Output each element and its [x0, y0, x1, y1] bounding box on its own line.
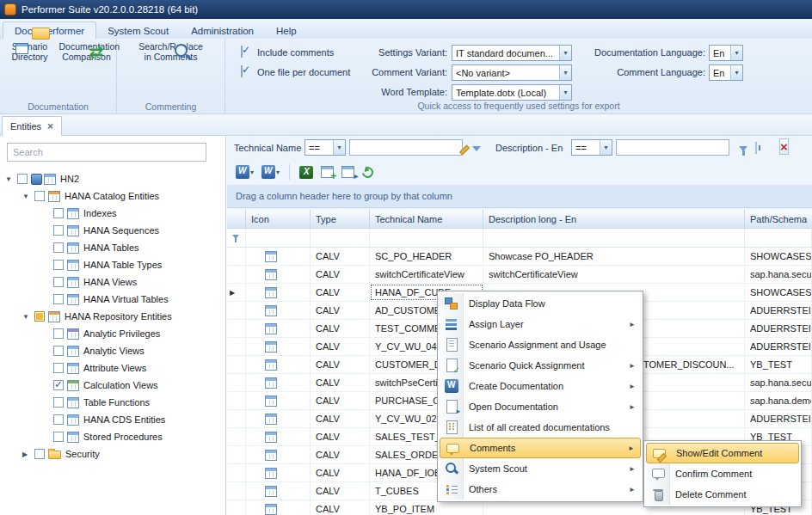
expander-open-icon[interactable]: ▼	[22, 313, 34, 321]
checkbox-icon[interactable]	[53, 277, 64, 287]
chevron-down-icon[interactable]: ▾	[333, 140, 345, 155]
header-type[interactable]: Type	[311, 210, 370, 228]
tree-item-indexes[interactable]: Indexes	[0, 205, 225, 222]
description-operator-select[interactable]: == ▾	[571, 139, 612, 156]
filter-panel-icon[interactable]	[755, 142, 757, 154]
create-documentation-button[interactable]: ▾	[234, 163, 255, 181]
group-by-bar[interactable]: Drag a column header here to group by th…	[227, 185, 812, 208]
chevron-down-icon[interactable]: ▾	[250, 169, 254, 176]
tab-system-scout[interactable]: System Scout	[96, 22, 180, 39]
filter-cell[interactable]	[745, 229, 812, 247]
documentation-language-select[interactable]: En ▾	[709, 45, 743, 61]
table-export-button[interactable]	[340, 164, 356, 180]
filter-cell[interactable]	[311, 229, 370, 247]
checkbox-icon[interactable]	[34, 191, 45, 201]
checkbox-icon[interactable]	[53, 363, 64, 373]
filter-cell[interactable]	[483, 229, 745, 247]
tree-item-analytic-views[interactable]: Analytic Views	[0, 342, 225, 359]
menu-item-show-edit-comment[interactable]: Show/Edit Comment	[646, 443, 799, 463]
menu-item-scenario-quick-assignment[interactable]: Scenario Quick Assignment ►	[440, 355, 641, 376]
menu-item-confirm-comment[interactable]: Confirm Comment	[646, 463, 799, 484]
documentation-comparison-button[interactable]: Documentation Comparison	[59, 40, 114, 62]
tree-item-hana-repository-entities[interactable]: ▼ HANA Repository Entities	[0, 308, 225, 325]
tree-item-attribute-views[interactable]: Attribute Views	[0, 359, 225, 377]
checkbox-icon[interactable]	[53, 242, 64, 253]
header-icon[interactable]: Icon	[246, 210, 311, 228]
expander-open-icon[interactable]: ▼	[22, 193, 34, 200]
include-comments-checkbox[interactable]	[241, 46, 243, 58]
checkbox-icon[interactable]	[53, 225, 64, 236]
menu-item-delete-comment[interactable]: Delete Comment	[646, 484, 799, 505]
filter-row-funnel[interactable]	[227, 229, 246, 247]
tab-docu-performer[interactable]: Docu Performer	[3, 21, 96, 39]
settings-variant-select[interactable]: IT standard documen... ▾	[452, 45, 572, 61]
tree-item-security[interactable]: ▶ Security	[0, 445, 225, 463]
chevron-down-icon[interactable]: ▾	[559, 65, 571, 80]
comment-language-select[interactable]: En ▾	[709, 64, 743, 81]
chevron-down-icon[interactable]: ▾	[730, 65, 742, 80]
tree-item-hana-table-types[interactable]: HANA Table Types	[0, 256, 225, 273]
menu-item-others[interactable]: Others ►	[440, 479, 641, 500]
menu-item-scenario-assignment-and-usage[interactable]: Scenario Assignment and Usage	[440, 334, 641, 355]
search-replace-comments-button[interactable]: Search/Replace in Comments	[138, 40, 204, 62]
menu-item-open-documentation[interactable]: Open Documentation ►	[440, 396, 641, 417]
close-icon[interactable]: ×	[47, 120, 53, 132]
table-add-button[interactable]	[319, 164, 335, 180]
tree-item-hana-cds-entities[interactable]: HANA CDS Entities	[0, 411, 225, 428]
tree-item-hana-virtual-tables[interactable]: HANA Virtual Tables	[0, 291, 225, 308]
checkbox-icon[interactable]	[53, 414, 64, 425]
checkbox-icon[interactable]	[34, 449, 45, 459]
comment-variant-select[interactable]: <No variant> ▾	[452, 64, 572, 81]
tree-item-analytic-privileges[interactable]: Analytic Privileges	[0, 325, 225, 342]
clear-filter-icon[interactable]: ×	[779, 138, 789, 155]
menu-item-system-scout[interactable]: System Scout ►	[440, 458, 641, 479]
tree-item-calculation-views[interactable]: Calculation Views	[0, 377, 225, 394]
header-description-long[interactable]: Description long - En	[483, 210, 745, 228]
chevron-down-icon[interactable]: ▾	[600, 140, 612, 155]
menu-item-list-of-all-created-documentations[interactable]: List of all created documentations	[440, 417, 641, 438]
open-documentation-button[interactable]: ▾	[260, 163, 281, 181]
checkbox-icon[interactable]	[53, 432, 64, 442]
checkbox-partial-icon[interactable]	[34, 311, 45, 322]
one-file-per-document-checkbox[interactable]	[241, 65, 243, 77]
search-input[interactable]	[7, 143, 206, 162]
chevron-down-icon[interactable]: ▾	[276, 169, 280, 176]
checkbox-icon[interactable]	[53, 294, 64, 304]
scenario-directory-button[interactable]: Scenario Directory	[3, 40, 58, 62]
tree-item-table-functions[interactable]: Table Functions	[0, 394, 225, 411]
technical-name-operator-select[interactable]: == ▾	[304, 139, 346, 156]
checkbox-icon[interactable]	[53, 397, 64, 408]
menu-item-assign-layer[interactable]: Assign Layer ►	[440, 314, 641, 334]
tree-item-hana-sequences[interactable]: HANA Sequences	[0, 222, 225, 239]
chevron-down-icon[interactable]: ▾	[730, 46, 742, 60]
filter-cell[interactable]	[246, 229, 311, 247]
menu-item-display-data-flow[interactable]: Display Data Flow	[440, 293, 641, 314]
table-row[interactable]: CALV switchCertificateView switchCertifi…	[227, 266, 812, 284]
tab-help[interactable]: Help	[265, 22, 308, 39]
expander-open-icon[interactable]: ▼	[5, 175, 16, 183]
header-technical-name[interactable]: Technical Name	[370, 210, 483, 228]
word-template-select[interactable]: Template.dotx (Local) ▾	[452, 84, 572, 101]
tree-item-hana-catalog-entities[interactable]: ▼ HANA Catalog Entities	[0, 187, 225, 205]
technical-name-filter-input[interactable]	[349, 139, 463, 156]
checkbox-icon[interactable]	[53, 260, 64, 270]
tab-administration[interactable]: Administration	[180, 22, 265, 39]
export-excel-button[interactable]	[298, 164, 315, 181]
header-path-schema[interactable]: Path/Schema	[745, 210, 812, 228]
expander-closed-icon[interactable]: ▶	[22, 451, 34, 458]
chevron-down-icon[interactable]: ▾	[559, 46, 571, 60]
checkbox-icon[interactable]	[53, 208, 64, 218]
checkbox-checked-icon[interactable]	[53, 380, 64, 390]
tree-item-stored-procedures[interactable]: Stored Procedures	[0, 428, 225, 445]
table-row[interactable]: CALV SC_PO_HEADER Showcase PO_HEADER SHO…	[227, 248, 812, 266]
tree-item-hn2[interactable]: ▼ HN2	[0, 170, 225, 187]
chevron-down-icon[interactable]: ▾	[559, 85, 571, 100]
refresh-button[interactable]	[360, 165, 375, 180]
menu-item-create-documentation[interactable]: Create Documentation ►	[440, 376, 641, 396]
checkbox-icon[interactable]	[17, 174, 28, 184]
tree-item-hana-views[interactable]: HANA Views	[0, 273, 225, 291]
filter-cell[interactable]	[370, 229, 483, 247]
tab-entities[interactable]: Entities ×	[2, 116, 62, 136]
tree-item-hana-tables[interactable]: HANA Tables	[0, 239, 225, 256]
menu-item-comments[interactable]: Comments ►	[440, 438, 641, 458]
